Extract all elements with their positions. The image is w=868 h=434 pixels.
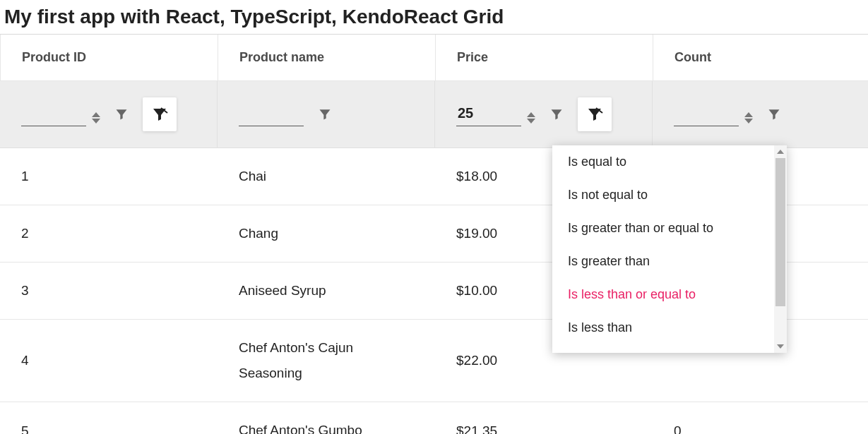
cell-product-id: 2: [0, 205, 218, 262]
filter-icon: [318, 107, 332, 121]
page-title: My first app with React, TypeScript, Ken…: [4, 6, 868, 28]
cell-product-id: 1: [0, 148, 218, 205]
filter-input-field[interactable]: [456, 102, 521, 126]
scroll-up-icon[interactable]: [774, 145, 787, 158]
filter-cell-product-name: [218, 81, 435, 147]
filter-icon: [114, 107, 129, 121]
filter-input-product-name[interactable]: [239, 102, 304, 126]
filter-cell-count: [653, 81, 868, 147]
operator-option[interactable]: Is less than: [552, 311, 774, 344]
filter-input-field[interactable]: [21, 102, 86, 126]
cell-product-name: Aniseed Syrup: [218, 263, 435, 319]
spinner-up-icon[interactable]: [92, 112, 100, 117]
filter-operator-menu: Is equal to Is not equal to Is greater t…: [552, 145, 787, 353]
filter-cell-product-id: [0, 81, 218, 147]
filter-operator-button[interactable]: [109, 102, 134, 127]
filter-cell-price: [435, 81, 653, 147]
filter-icon: [549, 107, 564, 121]
filter-operator-button[interactable]: [544, 102, 569, 127]
spinner-up-icon[interactable]: [527, 112, 535, 117]
filter-input-price[interactable]: [456, 102, 535, 126]
header-row: Product ID Product name Price Count: [0, 35, 868, 81]
header-product-id[interactable]: Product ID: [0, 35, 218, 80]
header-product-name[interactable]: Product name: [218, 35, 435, 80]
filter-row: [0, 81, 868, 148]
filter-operator-button[interactable]: [761, 102, 787, 127]
cell-product-id: 5: [0, 402, 218, 434]
filter-clear-button[interactable]: [578, 97, 612, 131]
operator-option[interactable]: Is greater than or equal to: [552, 212, 774, 245]
spinner-down-icon[interactable]: [527, 119, 535, 123]
filter-input-field[interactable]: [239, 102, 304, 126]
operator-option[interactable]: Is equal to: [552, 145, 774, 179]
operator-option[interactable]: Is greater than: [552, 245, 774, 278]
operator-option-selected[interactable]: Is less than or equal to: [552, 278, 774, 311]
cell-product-name: Chef Anton's Cajun Seasoning: [218, 320, 435, 402]
header-count[interactable]: Count: [653, 35, 868, 80]
filter-icon: [767, 107, 781, 121]
filter-clear-icon: [151, 106, 168, 123]
filter-operator-button[interactable]: [312, 102, 338, 127]
cell-product-id: 3: [0, 263, 218, 319]
dropdown-scrollbar[interactable]: [774, 145, 787, 353]
cell-product-id: 4: [0, 320, 218, 402]
scrollbar-thumb[interactable]: [775, 158, 785, 306]
cell-count: 0: [653, 402, 868, 434]
scroll-down-icon[interactable]: [774, 340, 787, 353]
spinner-up-icon[interactable]: [744, 112, 753, 117]
filter-clear-icon: [586, 106, 603, 123]
table-row: 5 Chef Anton's Gumbo $21.35 0: [0, 402, 868, 434]
cell-product-name: Chef Anton's Gumbo: [218, 402, 435, 434]
cell-product-name: Chang: [218, 205, 435, 262]
cell-price: $21.35: [435, 402, 653, 434]
filter-input-field[interactable]: [674, 102, 739, 126]
filter-clear-button[interactable]: [143, 97, 177, 131]
filter-input-count[interactable]: [674, 102, 753, 126]
operator-option[interactable]: Is not equal to: [552, 179, 774, 212]
spinner-down-icon[interactable]: [92, 119, 100, 123]
spinner-down-icon[interactable]: [744, 119, 753, 123]
header-price[interactable]: Price: [435, 35, 653, 80]
filter-input-product-id[interactable]: [21, 102, 100, 126]
cell-product-name: Chai: [218, 148, 435, 205]
